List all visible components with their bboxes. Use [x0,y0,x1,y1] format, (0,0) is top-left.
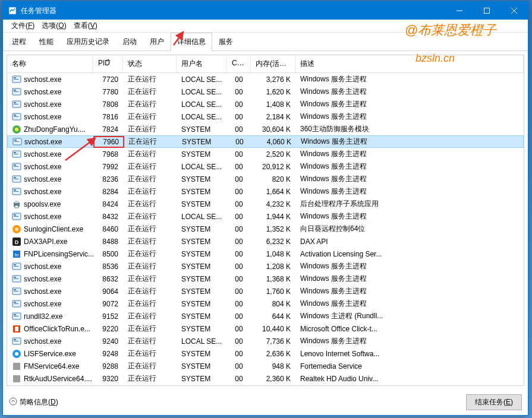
cell-user: SYSTEM [177,311,227,322]
tab-2[interactable]: 应用历史记录 [60,33,116,51]
process-row[interactable]: DDAX3API.exe8488正在运行SYSTEM006,232 KDAX A… [7,235,524,248]
footer: 简略信息(D) 结束任务(E) [3,390,528,415]
cell-mem: 1,620 K [251,87,295,97]
process-row[interactable]: rundll32.exe9152正在运行SYSTEM00644 KWindows… [7,310,524,322]
tab-6[interactable]: 服务 [212,33,240,51]
cell-desc: Windows 服务主进程 [295,173,524,185]
process-row[interactable]: svchost.exe8284正在运行SYSTEM001,664 KWindow… [7,185,524,198]
process-row[interactable]: svchost.exe9240正在运行LOCAL SE...007,736 KW… [7,335,524,347]
cell-status: 正在运行 [123,123,177,135]
svg-rect-25 [14,164,16,166]
cell-desc: Windows 服务主进程 [295,86,524,98]
end-task-button[interactable]: 结束任务(E) [466,394,522,410]
chevron-up-icon [9,397,17,407]
table-body[interactable]: svchost.exe7720正在运行LOCAL SE...003,276 KW… [7,73,524,385]
col-pid[interactable]: PID [93,55,123,72]
cell-pid: 9064 [93,286,123,297]
svg-rect-64 [14,341,18,341]
close-button[interactable] [500,2,528,20]
menu-f[interactable]: 文件(F) [8,20,38,32]
fewer-details-label: 简略信息(D) [20,397,58,407]
svg-rect-22 [14,152,16,153]
titlebar[interactable]: 任务管理器 [3,2,528,20]
process-row[interactable]: ZhuDongFangYu....7824正在运行SYSTEM0030,604 … [7,123,524,135]
cell-desc: Windows 服务主进程 [295,297,524,310]
cell-user: SYSTEM [177,199,227,210]
col-name[interactable]: 名称 [7,55,93,72]
cell-user: SYSTEM [177,124,227,135]
cell-mem: 6,232 K [251,236,295,247]
maximize-button[interactable] [473,2,500,20]
svg-rect-10 [14,91,18,92]
svg-point-40 [15,227,18,231]
process-row[interactable]: svchost.exe7960正在运行SYSTEM004,060 KWindow… [7,135,524,148]
cell-pid: 7968 [93,149,123,160]
cell-pid: 9320 [93,373,123,384]
process-row[interactable]: svchost.exe7968正在运行SYSTEM002,520 KWindow… [7,148,524,160]
cell-pid: 8424 [93,199,123,210]
cell-user: LOCAL SE... [177,74,227,85]
cell-user: LOCAL SE... [177,112,227,122]
cell-user: SYSTEM [177,149,227,160]
process-row[interactable]: svchost.exe7808正在运行LOCAL SE...001,408 KW… [7,98,524,110]
process-row[interactable]: svchost.exe8536正在运行SYSTEM001,208 KWindow… [7,260,524,273]
process-row[interactable]: svchost.exe9072正在运行SYSTEM00804 KWindows … [7,297,524,310]
process-row[interactable]: svchost.exe8236正在运行SYSTEM00820 KWindows … [7,173,524,185]
cell-user: LOCAL SE... [177,99,227,110]
col-status[interactable]: 状态 [123,55,177,72]
cell-name: svchost.exe [7,261,93,273]
minimize-button[interactable] [446,2,473,20]
process-row[interactable]: 正在运行SYSTEM007,052 KNVIDIA C... [7,385,524,385]
process-row[interactable]: FMService64.exe9288正在运行SYSTEM00948 KFort… [7,360,524,372]
tab-1[interactable]: 性能 [33,33,60,51]
cell-cpu: 00 [227,149,251,160]
process-row[interactable]: svchost.exe7780正在运行LOCAL SE...001,620 KW… [7,86,524,98]
process-row[interactable]: LISFService.exe9248正在运行SYSTEM002,636 KLe… [7,347,524,360]
cell-status: 正在运行 [123,372,177,385]
cell-cpu: 00 [227,349,251,359]
tab-0[interactable]: 进程 [5,33,33,51]
process-row[interactable]: svchost.exe7720正在运行LOCAL SE...003,276 KW… [7,73,524,86]
col-mem[interactable]: 内存(活动... [251,55,295,72]
cell-pid: 9288 [93,361,123,372]
col-cpu[interactable]: CPU [227,55,251,72]
col-desc[interactable]: 描述 [295,55,524,72]
svg-rect-2 [484,8,490,14]
menu-o[interactable]: 选项(O) [38,20,70,32]
process-row[interactable]: spoolsv.exe8424正在运行SYSTEM004,232 K后台处理程序… [7,198,524,210]
cell-user: SYSTEM [177,137,228,147]
cell-desc: 360主动防御服务模块 [295,123,524,135]
process-row[interactable]: OfficeClickToRun.e...9220正在运行SYSTEM0010,… [7,322,524,335]
content-area: 名称 PID 状态 用户名 CPU 内存(活动... 描述 svchost.ex… [3,51,528,390]
cell-user: SYSTEM [177,286,227,297]
process-icon [12,112,21,122]
cell-desc: Windows 服务主进程 [295,210,524,223]
process-row[interactable]: svchost.exe8432正在运行LOCAL SE...001,944 KW… [7,210,524,223]
cell-cpu: 00 [227,112,251,122]
cell-name: svchost.exe [7,273,93,285]
cell-mem: 30,604 K [251,124,295,135]
process-row[interactable]: svchost.exe7992正在运行LOCAL SE...0020,912 K… [7,160,524,173]
process-row[interactable]: SunloginClient.exe8460正在运行SYSTEM001,352 … [7,223,524,235]
process-row[interactable]: svchost.exe7816正在运行LOCAL SE...002,184 KW… [7,110,524,123]
process-icon [12,125,21,134]
menu-v[interactable]: 查看(V) [70,20,101,32]
tab-4[interactable]: 用户 [143,33,171,51]
process-row[interactable]: svchost.exe9064正在运行SYSTEM001,760 KWindow… [7,285,524,297]
cell-name: svchost.exe [7,86,93,98]
svg-rect-38 [14,216,18,217]
tab-3[interactable]: 启动 [116,33,143,51]
process-row[interactable]: fnFNPLicensingServic...8500正在运行SYSTEM001… [7,248,524,260]
process-row[interactable]: RtkAudUService64....9320正在运行SYSTEM002,36… [7,372,524,385]
cell-pid: 8488 [93,236,123,247]
process-icon [12,200,21,209]
cell-desc: Windows 服务主进程 [295,110,524,123]
process-row[interactable]: svchost.exe8632正在运行SYSTEM001,368 KWindow… [7,273,524,285]
cell-name: svchost.exe [7,335,93,347]
svg-rect-56 [14,303,18,304]
fewer-details-button[interactable]: 简略信息(D) [9,397,58,407]
svg-rect-59 [14,316,18,316]
tab-5[interactable]: 详细信息 [171,33,212,51]
col-user[interactable]: 用户名 [177,55,227,72]
cell-desc: Windows 服务主进程 [295,73,524,86]
